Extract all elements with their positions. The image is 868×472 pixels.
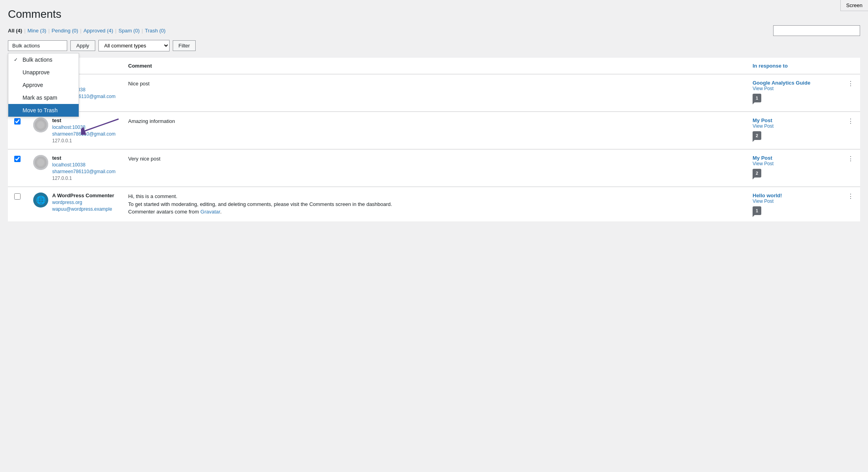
bulk-option-approve[interactable]: Approve [8,79,79,91]
row-author-cell: 🌐 A WordPress Commenter wordpress.org wa… [27,187,122,221]
bulk-actions-dropdown: ✓ Bulk actions Unapprove Approve Mark as… [8,53,79,117]
row-in-response-cell: My Post View Post 2 [746,112,841,149]
comment-text: Amazing information [128,118,175,124]
row-dots-cell: ⋮ [841,112,860,149]
th-comment: Comment [122,58,746,74]
table-row: test localhost:10038 sharmeen786110@gmai… [8,74,860,112]
author-info: test localhost:10038 sharmeen786110@gmai… [52,117,115,143]
table-row: 🌐 A WordPress Commenter wordpress.org wa… [8,187,860,221]
filter-button[interactable]: Filter [173,40,196,51]
row-checkbox-cell [8,187,27,221]
author-name: A WordPress Commenter [52,193,114,198]
page-title: Comments [8,8,860,21]
author-info: A WordPress Commenter wordpress.org wapu… [52,193,114,212]
comments-table: Author Comment In response to [8,58,860,221]
gravatar-link[interactable]: Gravatar [200,209,220,215]
author-with-avatar: test localhost:10038 sharmeen786110@gmai… [33,117,115,143]
bulk-option-bulk-actions[interactable]: ✓ Bulk actions [8,53,79,66]
author-email[interactable]: wapuu@wordpress.example [52,206,114,212]
author-ip: 127.0.0.1 [52,138,115,143]
in-response-title[interactable]: My Post [753,117,772,123]
author-ip: 127.0.0.1 [52,176,115,181]
comment-count-badge: 1 [753,206,761,215]
row-checkbox[interactable] [14,193,21,200]
row-comment-cell: Hi, this is a comment. To get started wi… [122,187,746,221]
comment-type-select[interactable]: All comment types Comments Pings [98,40,170,51]
author-url[interactable]: wordpress.org [52,200,114,205]
author-email[interactable]: sharmeen786110@gmail.com [52,131,115,137]
row-comment-cell: Amazing information [122,112,746,149]
comment-count-badge: 2 [753,169,761,177]
table-row: test localhost:10038 sharmeen786110@gmai… [8,112,860,149]
row-comment-cell: Very nice post [122,149,746,187]
comment-text: Nice post [128,81,149,87]
row-author-cell: test localhost:10038 sharmeen786110@gmai… [27,112,122,149]
row-actions-button[interactable]: ⋮ [847,193,854,200]
th-in-response: In response to [746,58,841,74]
row-actions-button[interactable]: ⋮ [847,80,854,87]
in-response-title[interactable]: Hello world! [753,193,782,198]
view-post-link[interactable]: View Post [753,161,835,166]
author-url[interactable]: localhost:10038 [52,125,115,130]
row-dots-cell: ⋮ [841,74,860,112]
view-post-link[interactable]: View Post [753,198,835,204]
checkmark-icon: ✓ [14,57,19,62]
filter-link-trash[interactable]: Trash (0) [145,28,166,34]
row-checkbox[interactable] [14,118,21,125]
comment-text: Hi, this is a comment. To get started wi… [128,193,740,216]
author-info: test localhost:10038 sharmeen786110@gmai… [52,155,115,181]
svg-rect-13 [37,159,44,166]
filter-link-mine[interactable]: Mine (3) [28,28,47,34]
author-with-avatar: 🌐 A WordPress Commenter wordpress.org wa… [33,193,115,212]
row-comment-cell: Nice post [122,74,746,112]
avatar [33,117,48,132]
view-post-link[interactable]: View Post [753,86,835,91]
author-with-avatar: test localhost:10038 sharmeen786110@gmai… [33,155,115,181]
apply-button[interactable]: Apply [70,40,95,51]
author-name: test [52,117,115,123]
row-in-response-cell: My Post View Post 2 [746,149,841,187]
bulk-actions-wrapper: Bulk actions ✓ Bulk actions Unapprove Ap… [8,40,67,51]
avatar: 🌐 [33,193,48,208]
author-url[interactable]: localhost:10038 [52,162,115,168]
row-checkbox[interactable] [14,156,21,162]
bulk-actions-select[interactable]: Bulk actions [8,40,67,51]
row-actions-button[interactable]: ⋮ [847,155,854,162]
table-row: test localhost:10038 sharmeen786110@gmai… [8,149,860,187]
comment-count-badge: 2 [753,131,761,140]
filter-link-approved[interactable]: Approved (4) [83,28,113,34]
th-dots [841,58,860,74]
bulk-option-move-trash[interactable]: Move to Trash [8,104,79,117]
filter-link-spam[interactable]: Spam (0) [119,28,140,34]
row-author-cell: test localhost:10038 sharmeen786110@gmai… [27,149,122,187]
author-name: test [52,155,115,161]
row-actions-button[interactable]: ⋮ [847,117,854,125]
screen-options-button[interactable]: Screen [840,0,868,11]
svg-rect-9 [37,121,44,128]
comment-search-input[interactable] [773,25,860,36]
comment-count-badge: 1 [753,94,761,102]
table-header-row: Author Comment In response to [8,58,860,74]
avatar [33,155,48,170]
bulk-option-unapprove[interactable]: Unapprove [8,66,79,79]
bulk-option-mark-spam[interactable]: Mark as spam [8,91,79,104]
view-post-link[interactable]: View Post [753,123,835,129]
row-checkbox-cell [8,149,27,187]
row-in-response-cell: Google Analytics Guide View Post 1 [746,74,841,112]
comment-text: Very nice post [128,156,160,162]
filter-link-all[interactable]: All (4) [8,28,22,34]
toolbar-row: Bulk actions ✓ Bulk actions Unapprove Ap… [8,40,860,51]
filter-links: All (4) | Mine (3) | Pending (0) | Appro… [8,25,860,36]
in-response-title[interactable]: Google Analytics Guide [753,80,810,86]
in-response-title[interactable]: My Post [753,155,772,161]
row-in-response-cell: Hello world! View Post 1 [746,187,841,221]
filter-link-pending[interactable]: Pending (0) [52,28,78,34]
row-dots-cell: ⋮ [841,149,860,187]
row-dots-cell: ⋮ [841,187,860,221]
row-checkbox-cell [8,112,27,149]
author-email[interactable]: sharmeen786110@gmail.com [52,169,115,174]
